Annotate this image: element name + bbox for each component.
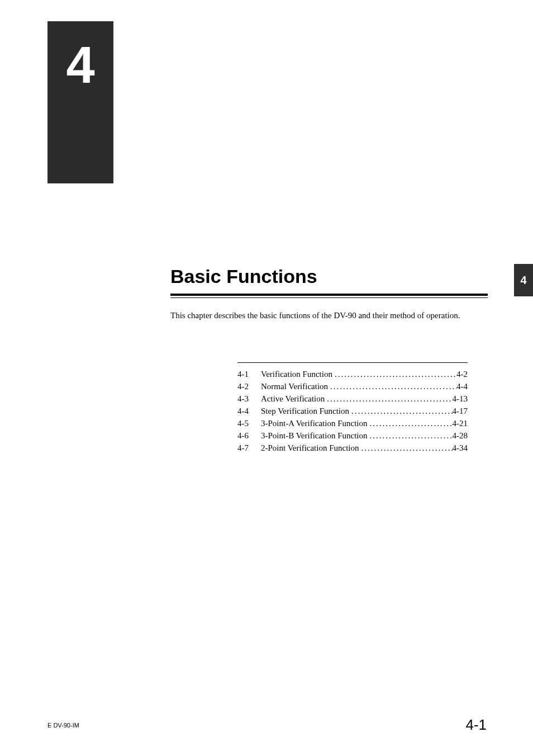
toc-entry-page: 4-17 xyxy=(453,407,468,416)
side-tab: 4 xyxy=(514,264,533,296)
table-of-contents: 4-1 Verification Function ..............… xyxy=(237,362,468,456)
toc-dots: ........................................… xyxy=(332,370,456,379)
chapter-number-badge: 4 xyxy=(47,21,113,183)
chapter-number-large: 4 xyxy=(66,39,94,91)
toc-entry-num: 4-2 xyxy=(237,382,261,391)
toc-dots: ........................................… xyxy=(328,382,456,391)
toc-entry: 4-3 Active Verification ................… xyxy=(237,394,468,404)
toc-dots: ........................................… xyxy=(368,419,453,428)
toc-dots: ........................................… xyxy=(325,394,452,404)
toc-entry-num: 4-6 xyxy=(237,431,261,441)
toc-top-rule xyxy=(237,362,468,363)
toc-dots: ........................................… xyxy=(359,443,453,453)
toc-entry: 4-5 3-Point-A Verification Function ....… xyxy=(237,419,468,428)
chapter-description: This chapter describes the basic functio… xyxy=(170,311,460,320)
toc-entry-num: 4-1 xyxy=(237,370,261,379)
toc-entry: 4-2 Normal Verification ................… xyxy=(237,382,468,391)
title-rule xyxy=(170,294,488,299)
toc-entry-num: 4-3 xyxy=(237,394,261,404)
toc-entry-label: Verification Function xyxy=(261,370,332,379)
toc-entry-page: 4-34 xyxy=(453,443,468,453)
toc-entry-page: 4-4 xyxy=(456,382,468,391)
footer-doc-id: E DV-90-IM xyxy=(47,722,79,729)
toc-entry-label: 3-Point-B Verification Function xyxy=(261,431,368,441)
chapter-title: Basic Functions xyxy=(170,266,317,287)
toc-entry-page: 4-2 xyxy=(456,370,468,379)
toc-entry-page: 4-28 xyxy=(453,431,468,441)
toc-entry-num: 4-4 xyxy=(237,407,261,416)
toc-entry-label: Step Verification Function xyxy=(261,407,349,416)
toc-entry-label: 2-Point Verification Function xyxy=(261,443,359,453)
toc-entry: 4-1 Verification Function ..............… xyxy=(237,370,468,379)
toc-entry-label: Normal Verification xyxy=(261,382,328,391)
toc-entry-label: Active Verification xyxy=(261,394,325,404)
toc-dots: ........................................… xyxy=(368,431,453,441)
toc-entry: 4-6 3-Point-B Verification Function ....… xyxy=(237,431,468,441)
toc-entry-num: 4-7 xyxy=(237,443,261,453)
toc-entry-page: 4-13 xyxy=(453,394,468,404)
toc-entry: 4-7 2-Point Verification Function ......… xyxy=(237,443,468,453)
toc-entry-num: 4-5 xyxy=(237,419,261,428)
toc-entry-page: 4-21 xyxy=(453,419,468,428)
toc-entry: 4-4 Step Verification Function .........… xyxy=(237,407,468,416)
footer-page-number: 4-1 xyxy=(465,716,487,734)
side-tab-number: 4 xyxy=(520,274,526,287)
toc-dots: ........................................… xyxy=(349,407,452,416)
toc-entry-label: 3-Point-A Verification Function xyxy=(261,419,368,428)
